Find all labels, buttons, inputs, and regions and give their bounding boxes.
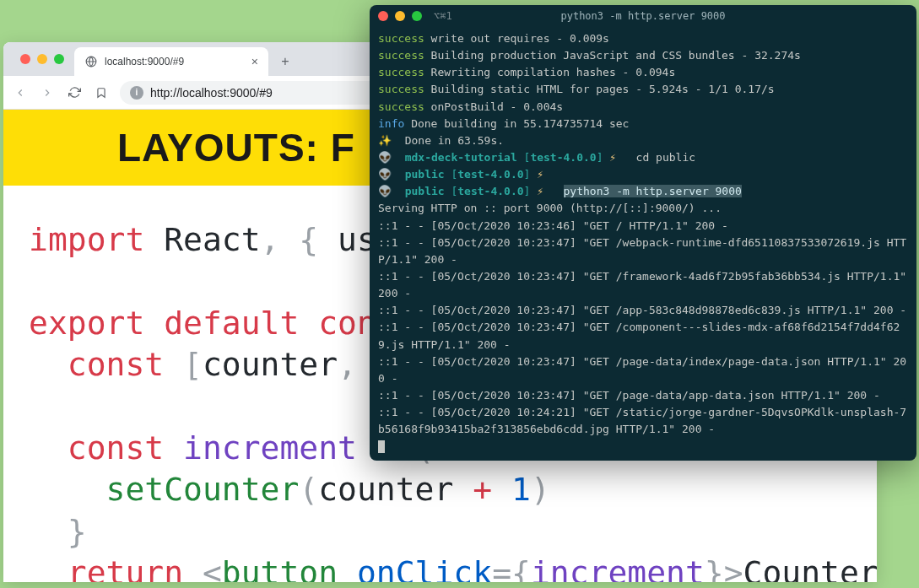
slide-title: LAYOUTS: F	[117, 125, 355, 170]
terminal-line: ::1 - - [05/Oct/2020 10:23:47] "GET /com…	[378, 319, 908, 353]
forward-button[interactable]	[39, 84, 56, 101]
browser-tab[interactable]: localhost:9000/#9 ×	[74, 47, 268, 76]
window-minimize-button[interactable]	[37, 54, 47, 64]
terminal-line: ::1 - - [05/Oct/2020 10:23:47] "GET /web…	[378, 235, 908, 268]
terminal-titlebar: ⌥⌘1 python3 -m http.server 9000	[370, 5, 916, 27]
terminal-line: success onPostBuild - 0.004s	[378, 99, 908, 116]
terminal-line: 👽 public [test-4.0.0] ⚡ python3 -m http.…	[378, 183, 908, 200]
tab-title: localhost:9000/#9	[105, 56, 184, 67]
close-tab-button[interactable]: ×	[251, 55, 258, 68]
terminal-line: ::1 - - [05/Oct/2020 10:23:47] "GET /pag…	[378, 387, 908, 404]
terminal-window: ⌥⌘1 python3 -m http.server 9000 success …	[370, 5, 916, 461]
bookmark-button[interactable]	[93, 84, 110, 101]
window-close-button[interactable]	[20, 54, 30, 64]
site-info-icon[interactable]: i	[130, 86, 143, 100]
terminal-maximize-button[interactable]	[412, 11, 422, 21]
globe-icon	[84, 55, 98, 68]
terminal-line: ::1 - - [05/Oct/2020 10:23:46] "GET / HT…	[378, 218, 908, 235]
new-tab-button[interactable]: +	[273, 50, 297, 73]
terminal-line: ::1 - - [05/Oct/2020 10:23:47] "GET /app…	[378, 302, 908, 319]
url-text: http://localhost:9000/#9	[150, 86, 273, 100]
terminal-shortcut-label: ⌥⌘1	[434, 10, 452, 22]
terminal-cursor	[378, 440, 385, 453]
terminal-line: success write out requires - 0.009s	[378, 30, 908, 47]
terminal-line: ✨ Done in 63.59s.	[378, 132, 908, 149]
terminal-line: 👽 public [test-4.0.0] ⚡	[378, 166, 908, 183]
terminal-line: Serving HTTP on :: port 9000 (http://[::…	[378, 200, 908, 217]
terminal-line: success Building production JavaScript a…	[378, 47, 908, 64]
terminal-body[interactable]: success write out requires - 0.009ssucce…	[370, 27, 916, 461]
reload-button[interactable]	[66, 84, 83, 101]
terminal-title: python3 -m http.server 9000	[560, 10, 725, 22]
terminal-traffic-lights	[378, 11, 422, 21]
terminal-line: info Done building in 55.174735714 sec	[378, 116, 908, 132]
terminal-line: ::1 - - [05/Oct/2020 10:23:47] "GET /fra…	[378, 268, 908, 302]
terminal-line: ::1 - - [05/Oct/2020 10:23:47] "GET /pag…	[378, 353, 908, 387]
terminal-line: ::1 - - [05/Oct/2020 10:24:21] "GET /sta…	[378, 404, 908, 438]
terminal-line: success Rewriting compilation hashes - 0…	[378, 64, 908, 81]
terminal-line: success Building static HTML for pages -…	[378, 81, 908, 98]
terminal-minimize-button[interactable]	[395, 11, 405, 21]
terminal-line: 👽 mdx-deck-tutorial [test-4.0.0] ⚡ cd pu…	[378, 149, 908, 166]
terminal-close-button[interactable]	[378, 11, 388, 21]
window-maximize-button[interactable]	[54, 54, 64, 64]
back-button[interactable]	[12, 84, 29, 101]
browser-traffic-lights	[10, 54, 74, 64]
